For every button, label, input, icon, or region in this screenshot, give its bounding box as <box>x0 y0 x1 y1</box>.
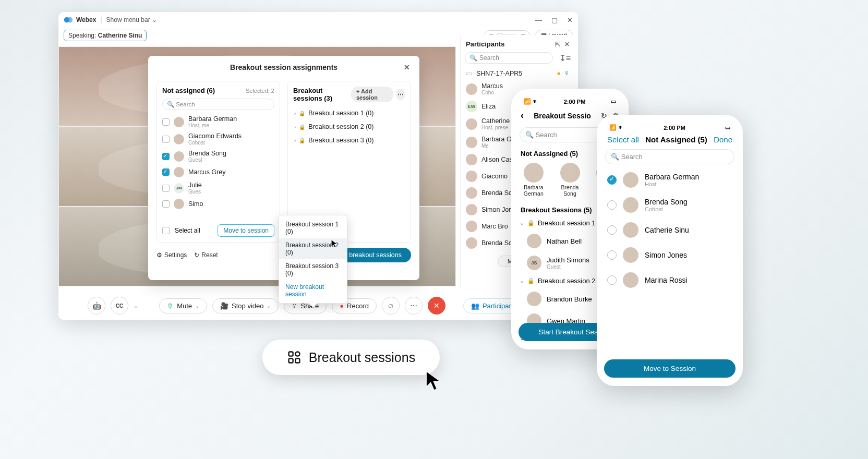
menu-item[interactable]: Breakout session 1 (0) <box>279 218 347 238</box>
reset-link[interactable]: ↻Reset <box>194 251 218 259</box>
selectable-person-row[interactable]: Barbara GermanHost <box>603 167 737 192</box>
avatar <box>527 234 541 248</box>
end-call-button[interactable]: ✕ <box>428 297 445 315</box>
chevron-down-icon[interactable]: ⌄ <box>134 303 138 309</box>
settings-link[interactable]: ⚙Settings <box>156 251 187 259</box>
done-link[interactable]: Done <box>714 135 732 144</box>
assistant-icon[interactable]: 🤖 <box>88 297 105 315</box>
cursor-icon <box>331 239 339 250</box>
person-row[interactable]: Brenda SongGuest <box>162 148 274 165</box>
meeting-id: SHN7-17-APR5 <box>476 70 553 77</box>
avatar <box>466 237 477 249</box>
person-row[interactable]: Marcus Grey <box>162 165 274 179</box>
back-button[interactable]: ‹ <box>521 110 524 121</box>
chevron-down-icon[interactable]: ⌄ <box>195 303 199 309</box>
avatar-item[interactable]: BarbaraGerman <box>519 163 549 197</box>
selectable-person-row[interactable]: Simon Jones <box>603 243 737 268</box>
new-breakout-session-item[interactable]: New breakout session <box>279 280 347 301</box>
person-checkbox[interactable] <box>162 153 170 160</box>
person-row[interactable]: Simo <box>162 197 274 211</box>
participants-search-input[interactable]: 🔍 Search <box>465 52 553 64</box>
selectable-person-row[interactable]: Catherie Sinu <box>603 218 737 243</box>
avatar-item[interactable]: BrendaSong <box>555 163 585 197</box>
stop-video-button[interactable]: 🎥Stop video⌄ <box>212 298 279 313</box>
selectable-person-row[interactable]: Marina Rossi <box>603 268 737 293</box>
more-button[interactable]: ⋯ <box>405 297 423 315</box>
person-row[interactable]: Barbara GermanHost, me <box>162 113 274 130</box>
person-radio[interactable] <box>607 175 617 185</box>
maximize-button[interactable]: ▢ <box>551 16 558 24</box>
mobile-title: Breakout Sessio <box>534 112 591 120</box>
session-row[interactable]: ›🔒Breakout session 1 (0) <box>293 106 405 120</box>
avatar <box>174 134 184 144</box>
popout-icon[interactable]: ⇱ <box>555 41 560 48</box>
status-bar: 📶 ᯤ 2:00 PM ▭ <box>517 98 622 107</box>
minimize-button[interactable]: ― <box>535 16 542 24</box>
person-row[interactable]: Giacomo EdwardsCohost <box>162 130 274 148</box>
session-row[interactable]: ›🔒Breakout session 3 (0) <box>293 134 405 147</box>
person-radio[interactable] <box>607 225 617 235</box>
move-to-session-button[interactable]: Move to session <box>218 224 274 237</box>
person-name: Simo <box>188 200 203 208</box>
person-checkbox[interactable] <box>162 118 170 126</box>
add-session-button[interactable]: + Add session <box>351 87 393 102</box>
app-name: Webex <box>76 16 96 23</box>
battery-icon: ▭ <box>725 124 730 131</box>
signal-icon: 📶 ᯤ <box>609 124 624 131</box>
chevron-down-icon: ⌄ <box>520 277 524 284</box>
select-all-label[interactable]: Select all <box>175 227 200 234</box>
move-to-session-mobile-button[interactable]: Move to Session <box>604 359 736 378</box>
selectable-person-row[interactable]: Brenda SongCohost <box>603 192 737 218</box>
avatar <box>623 247 638 263</box>
speaking-indicator: Speaking: Catherine Sinu <box>64 30 147 41</box>
chevron-down-icon[interactable]: ⌄ <box>267 303 271 309</box>
sort-icon[interactable]: ↧≡ <box>559 53 571 63</box>
close-panel-icon[interactable]: ✕ <box>564 41 570 48</box>
select-all-link[interactable]: Select all <box>607 135 639 144</box>
svg-rect-3 <box>295 352 299 356</box>
avatar <box>623 272 638 288</box>
battery-icon: ▭ <box>611 98 616 105</box>
person-name: Nathan Bell <box>547 237 582 245</box>
chevron-right-icon: › <box>294 124 296 130</box>
person-checkbox[interactable] <box>162 168 170 176</box>
show-menu-bar[interactable]: Show menu bar ⌄ <box>106 16 157 23</box>
search-icon: 🔍 <box>525 131 534 139</box>
monitor-icon: ▭ <box>466 69 472 77</box>
session-row[interactable]: ›🔒Breakout session 2 (0) <box>293 120 405 134</box>
select-all-checkbox[interactable] <box>162 227 170 234</box>
move-to-session-menu: Breakout session 1 (0)Breakout session 2… <box>279 215 347 304</box>
status-time: 2:00 PM <box>664 125 685 131</box>
not-assigned-header: Not assigned (6) <box>162 87 215 94</box>
mobile-search-input[interactable]: 🔍 Search <box>605 149 734 164</box>
mute-button[interactable]: 🎙Mute⌄ <box>159 298 207 313</box>
mic-icon: 🎙 <box>564 70 570 76</box>
person-role: Guest <box>547 264 589 270</box>
person-radio[interactable] <box>607 275 617 285</box>
person-name: Marina Rossi <box>645 276 688 284</box>
breakout-sessions-pill[interactable]: Breakout sessions <box>262 340 440 375</box>
person-row[interactable]: JMJulieGues <box>162 179 274 197</box>
person-checkbox[interactable] <box>162 136 170 143</box>
modal-close-button[interactable]: ✕ <box>404 63 410 71</box>
close-button[interactable]: ✕ <box>567 16 573 24</box>
menu-item[interactable]: Breakout session 3 (0) <box>279 259 347 280</box>
reactions-button[interactable]: ☺ <box>382 297 400 315</box>
avatar <box>623 222 638 238</box>
person-checkbox[interactable] <box>162 185 170 192</box>
avatar <box>623 197 638 213</box>
person-checkbox[interactable] <box>162 200 170 208</box>
person-radio[interactable] <box>607 250 617 260</box>
avatar: JS <box>527 256 541 270</box>
person-name: Marcus Grey <box>188 168 226 176</box>
svg-point-1 <box>67 17 73 23</box>
people-icon: 👥 <box>471 302 479 310</box>
svg-rect-2 <box>288 352 293 356</box>
cc-button[interactable]: CC <box>111 297 128 315</box>
lock-icon: 🔒 <box>299 124 305 130</box>
sessions-more-button[interactable]: ⋯ <box>396 89 405 100</box>
person-radio[interactable] <box>607 200 617 210</box>
not-assigned-search-input[interactable]: 🔍 Search <box>162 99 274 110</box>
person-role: Gues <box>188 189 202 195</box>
person-name: Brenda Song <box>188 150 226 157</box>
